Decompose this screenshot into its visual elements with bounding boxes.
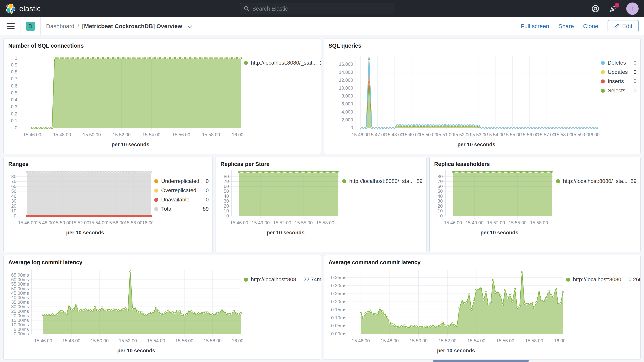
legend-value: 0 [206,187,209,194]
full-screen-button[interactable]: Full screen [521,23,549,30]
dashboard-app-badge[interactable]: D [26,22,35,31]
replicas-per-store-chart[interactable]: 15:46:0015:49:0015:52:0015:55:0015:58:00… [216,168,341,236]
svg-text:15:56:00: 15:56:00 [175,338,193,343]
svg-text:0.8: 0.8 [11,69,17,74]
svg-text:1: 1 [15,55,17,60]
sql-queries-chart[interactable]: 15:46:0015:47:0015:48:0015:49:0015:50:00… [324,50,600,151]
horizontal-scrollbar-thumb[interactable] [433,360,529,362]
svg-text:0.4: 0.4 [11,97,17,102]
svg-text:70: 70 [224,179,229,184]
svg-text:40: 40 [224,194,229,199]
panel-avg-log-commit-latency: Average log commit latency 15:46:0015:48… [4,255,321,360]
svg-text:15:52:00: 15:52:00 [487,220,505,225]
chart-legend: http://localhost:8080...0.26ms [565,266,641,359]
svg-text:0: 0 [440,213,442,218]
user-avatar[interactable]: r [626,2,638,15]
svg-text:0.05ms: 0.05ms [331,323,346,328]
svg-text:30.00ms: 30.00ms [11,304,29,309]
avg-command-commit-latency-chart[interactable]: 15:46:0015:48:0015:50:0015:52:0015:54:00… [324,266,565,359]
legend-value: 0 [634,88,636,94]
legend-item[interactable]: Deletes0 [601,60,637,66]
panel-ranges: Ranges 15:46:0015:48:0015:50:0015:52:001… [4,157,213,252]
legend-value: 0 [634,69,636,75]
legend-item[interactable]: Selects0 [601,88,637,94]
legend-label: http://localhost:8080/_sta... [563,178,628,184]
legend-item[interactable]: http://localhost:808...22.74ms [244,276,321,282]
hamburger-icon [7,23,15,24]
share-button[interactable]: Share [558,23,574,30]
legend-label: http://localhost:8080/_sta... [349,178,414,184]
legend-item[interactable]: http://localhost:8080/_sta...89 [342,178,422,184]
legend-item[interactable]: Updates0 [601,69,637,75]
clone-button[interactable]: Clone [583,23,598,30]
svg-text:10,000: 10,000 [339,86,353,90]
svg-text:20: 20 [224,203,229,208]
legend-label: Updates [608,69,631,75]
avg-log-commit-latency-chart[interactable]: 15:46:0015:48:0015:50:0015:52:0015:54:00… [4,266,243,359]
svg-text:15:54:00: 15:54:00 [147,338,165,343]
elastic-logo-icon [6,4,16,14]
ranges-chart[interactable]: 15:46:0015:48:0015:50:0015:52:0015:54:00… [4,168,153,236]
svg-text:15:56:00: 15:56:00 [107,220,124,225]
avatar-initial: r [632,5,634,12]
svg-text:50: 50 [11,188,16,194]
breadcrumb-dashboard[interactable]: Dashboard [46,23,74,30]
elastic-logo[interactable]: elastic [6,4,41,14]
legend-item[interactable]: http://localhost:8080/_sta...89 [556,178,636,184]
svg-text:15:52:00: 15:52:00 [273,220,291,225]
svg-text:80: 80 [438,174,443,179]
legend-item[interactable]: Inserts0 [601,78,637,84]
search-input[interactable] [252,6,391,12]
svg-text:0: 0 [226,213,229,218]
svg-text:15:47:00: 15:47:00 [368,132,386,137]
legend-item[interactable]: Overreplicated0 [154,187,209,194]
svg-text:15:56:00: 15:56:00 [172,132,190,137]
svg-text:per 10 seconds: per 10 seconds [437,348,475,354]
svg-text:15:48:00: 15:48:00 [380,338,398,343]
menu-button[interactable] [7,23,15,29]
svg-text:55.00ms: 55.00ms [11,282,29,287]
legend-swatch [566,278,570,282]
svg-text:15:52:00: 15:52:00 [71,220,89,225]
svg-text:16:00:00: 16:00:00 [588,132,600,137]
legend-item[interactable]: Underreplicated0 [154,178,209,184]
svg-text:15:46:00: 15:46:00 [352,132,370,137]
dashboard-content: Number of SQL connections 15:46:0015:48:… [0,35,644,360]
replica-leaseholders-chart[interactable]: 15:46:0015:49:0015:52:0015:55:0015:58:00… [430,168,555,236]
svg-text:6,000: 6,000 [341,101,353,106]
edit-button[interactable]: Edit [608,20,638,32]
global-search[interactable] [240,3,394,14]
svg-text:15:48:00: 15:48:00 [385,132,403,137]
legend-item[interactable]: http://localhost:8080/_stat...1 [244,60,321,66]
svg-text:80: 80 [224,174,229,179]
svg-text:12,000: 12,000 [339,78,353,83]
legend-item[interactable]: Total89 [154,206,209,212]
svg-text:15:49:00: 15:49:00 [252,220,270,225]
svg-text:15:58:00: 15:58:00 [530,220,548,225]
svg-text:60.00ms: 60.00ms [11,277,29,282]
svg-text:15:55:00: 15:55:00 [508,220,526,225]
svg-text:65.00ms: 65.00ms [11,272,29,278]
svg-text:8,000: 8,000 [341,93,353,98]
legend-item[interactable]: http://localhost:8080...0.26ms [566,276,641,282]
svg-text:40.00ms: 40.00ms [11,295,29,300]
legend-item[interactable]: Unavailable0 [154,196,209,203]
edit-button-label: Edit [622,23,632,30]
svg-text:15:58:00: 15:58:00 [525,338,543,343]
legend-swatch [342,179,346,183]
panel-sql-queries: SQL queries 15:46:0015:47:0015:48:0015:4… [324,38,641,154]
svg-text:0.00ms: 0.00ms [331,331,346,336]
svg-text:16:00:00: 16:00:00 [232,338,243,343]
svg-text:15:54:00: 15:54:00 [486,132,504,137]
svg-text:25.00ms: 25.00ms [11,308,29,314]
legend-value: 0 [634,78,636,84]
svg-text:0.15ms: 0.15ms [331,307,346,312]
help-button[interactable] [591,4,600,13]
pencil-icon [614,23,620,29]
news-button[interactable] [608,4,618,13]
dashboard-toolbar: D Dashboard / [Metricbeat CockroachDB] O… [0,17,644,35]
panel-sql-connections: Number of SQL connections 15:46:0015:48:… [4,38,321,154]
chevron-down-icon[interactable] [187,25,192,28]
svg-text:10: 10 [438,208,443,214]
sql-connections-chart[interactable]: 15:46:0015:48:0015:50:0015:52:0015:54:00… [4,50,243,151]
